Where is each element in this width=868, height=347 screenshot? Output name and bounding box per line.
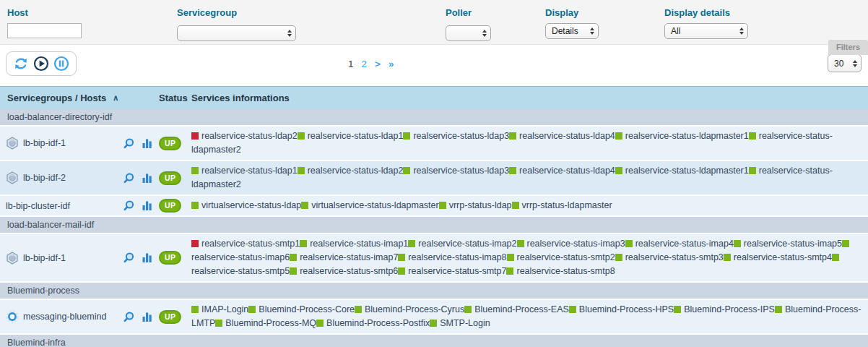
services-cell: realservice-status-smtp1realservice-stat… bbox=[191, 234, 868, 281]
service-item[interactable]: realservice-status-imap1 bbox=[300, 239, 408, 249]
view-graphs-button[interactable] bbox=[141, 200, 153, 212]
host-name-cell: messaging-bluemind bbox=[0, 307, 123, 326]
view-details-button[interactable] bbox=[123, 252, 135, 264]
service-item[interactable]: virtualservice-status-ldap bbox=[191, 200, 301, 210]
service-status-square bbox=[615, 167, 622, 174]
service-item[interactable]: realservice-status-ldapmaster1 bbox=[615, 166, 749, 176]
service-item[interactable]: Bluemind-Process-EAS bbox=[464, 304, 569, 314]
service-status-square bbox=[215, 320, 222, 327]
service-status-square bbox=[439, 202, 446, 209]
service-item[interactable]: realservice-status-ldap3 bbox=[403, 166, 509, 176]
service-item[interactable]: realservice-status-imap7 bbox=[290, 252, 398, 262]
page-size-select[interactable]: 30 bbox=[828, 54, 862, 72]
display-details-select[interactable]: All bbox=[664, 23, 748, 39]
service-item[interactable]: realservice-status-ldap3 bbox=[403, 131, 509, 141]
service-item[interactable]: Bluemind-Process-HPS bbox=[569, 304, 674, 314]
filters-button[interactable]: Filters bbox=[828, 40, 868, 55]
service-item[interactable]: vrrp-status-ldapmaster bbox=[512, 200, 612, 210]
service-status-square bbox=[674, 306, 681, 313]
view-graphs-button[interactable] bbox=[141, 137, 153, 150]
display-select[interactable]: Details bbox=[545, 23, 599, 39]
service-item[interactable]: realservice-status-imap3 bbox=[517, 239, 625, 249]
service-item[interactable]: Bluemind-Process-MQ bbox=[215, 318, 316, 328]
servicegroup-row[interactable]: Bluemind-infra bbox=[0, 335, 868, 347]
play-icon bbox=[33, 56, 49, 72]
servicegroup-select[interactable] bbox=[177, 25, 296, 41]
service-item[interactable]: realservice-status-imap2 bbox=[408, 239, 516, 249]
service-item[interactable]: Bluemind-Process-IPS bbox=[674, 304, 775, 314]
poller-select[interactable] bbox=[446, 25, 491, 41]
service-status-square bbox=[300, 240, 307, 247]
service-item[interactable]: realservice-status-ldap2 bbox=[191, 131, 298, 141]
service-status-square bbox=[298, 167, 305, 174]
service-status-square bbox=[509, 167, 516, 174]
service-item[interactable]: vrrp-status-ldap bbox=[439, 200, 512, 210]
service-status-square bbox=[191, 240, 199, 247]
view-details-button[interactable] bbox=[123, 172, 135, 184]
service-item[interactable]: realservice-status-smtp6 bbox=[290, 266, 398, 276]
servicegroup-row[interactable]: Bluemind-process bbox=[0, 283, 868, 300]
host-row: lb-bip-idf-2UPrealservice-status-ldap1re… bbox=[0, 161, 868, 196]
host-name[interactable]: lb-bip-idf-1 bbox=[23, 138, 66, 148]
view-details-button[interactable] bbox=[123, 137, 135, 150]
host-label: Host bbox=[7, 7, 82, 18]
host-name-cell: lb-bip-idf-1 bbox=[0, 249, 123, 267]
service-item[interactable]: realservice-status-ldap1 bbox=[298, 131, 404, 141]
host-name[interactable]: lb-bip-cluster-idf bbox=[6, 201, 70, 211]
service-status-square bbox=[408, 240, 415, 247]
service-status-square bbox=[464, 306, 472, 313]
service-item[interactable]: realservice-status-smtp3 bbox=[615, 252, 724, 262]
service-item[interactable]: realservice-status-smtp7 bbox=[398, 266, 506, 276]
sort-ascending-icon[interactable]: ∧ bbox=[113, 93, 118, 103]
service-item[interactable]: Bluemind-Process-Cyrus bbox=[355, 304, 464, 314]
host-name[interactable]: messaging-bluemind bbox=[23, 312, 106, 322]
pause-button[interactable] bbox=[53, 56, 69, 72]
servicegroup-filter: Servicegroup bbox=[177, 7, 296, 41]
next-page-icon[interactable]: > bbox=[375, 59, 381, 69]
service-item[interactable]: realservice-status-smtp2 bbox=[507, 252, 615, 262]
service-status-square bbox=[403, 132, 410, 140]
page-link-2[interactable]: 2 bbox=[362, 59, 368, 69]
service-item[interactable]: realservice-status-imap8 bbox=[398, 252, 506, 262]
host-input[interactable] bbox=[7, 23, 82, 38]
last-page-icon[interactable]: » bbox=[389, 59, 394, 69]
service-item[interactable]: realservice-status-ldap1 bbox=[191, 166, 298, 176]
host-status-cell: UP bbox=[159, 310, 191, 324]
service-item[interactable]: Bluemind-Process-Postfix bbox=[316, 318, 430, 328]
display-label: Display bbox=[545, 7, 599, 18]
loadbalancer-icon bbox=[6, 171, 19, 184]
servicegroup-row[interactable]: load-balancer-mail-idf bbox=[0, 217, 868, 234]
service-item[interactable]: realservice-status-imap5 bbox=[734, 239, 842, 249]
service-item[interactable]: IMAP-Login bbox=[191, 304, 248, 314]
hosts-column-header[interactable]: Servicegroups / Hosts bbox=[7, 93, 106, 103]
view-details-button[interactable] bbox=[123, 311, 135, 323]
status-column-header[interactable]: Status bbox=[159, 93, 191, 103]
service-item[interactable]: realservice-status-smtp4 bbox=[724, 252, 832, 262]
servicegroup-row[interactable]: load-balancer-directory-idf bbox=[0, 109, 868, 127]
view-graphs-button[interactable] bbox=[141, 172, 153, 184]
service-status-square bbox=[298, 132, 305, 140]
host-name[interactable]: lb-bip-idf-2 bbox=[23, 173, 66, 183]
service-item[interactable]: realservice-status-ldap4 bbox=[509, 166, 615, 176]
service-status-square bbox=[248, 306, 256, 313]
service-item[interactable]: realservice-status-ldap4 bbox=[509, 131, 615, 141]
page-current[interactable]: 1 bbox=[348, 59, 354, 69]
service-item[interactable]: Bluemind-Process-Core bbox=[248, 304, 355, 314]
service-item[interactable]: virtualservice-status-ldapmaster bbox=[301, 200, 438, 210]
host-name-cell: lb-bip-idf-1 bbox=[0, 134, 123, 153]
service-item[interactable]: realservice-status-smtp8 bbox=[506, 266, 615, 276]
service-item[interactable]: realservice-status-smtp1 bbox=[191, 239, 300, 249]
view-graphs-button[interactable] bbox=[141, 311, 153, 323]
view-graphs-button[interactable] bbox=[141, 252, 153, 264]
view-details-button[interactable] bbox=[123, 200, 135, 212]
refresh-button[interactable] bbox=[13, 56, 29, 72]
service-item[interactable]: realservice-status-ldapmaster1 bbox=[615, 131, 749, 141]
host-name[interactable]: lb-bip-idf-1 bbox=[23, 253, 66, 263]
play-button[interactable] bbox=[33, 56, 49, 72]
host-name-cell: lb-bip-cluster-idf bbox=[0, 198, 123, 214]
service-item[interactable]: SMTP-Login bbox=[430, 318, 490, 328]
host-tools-cell bbox=[123, 172, 159, 184]
service-status-square bbox=[832, 254, 839, 261]
service-item[interactable]: realservice-status-ldap2 bbox=[298, 166, 404, 176]
service-item[interactable]: realservice-status-imap4 bbox=[625, 239, 734, 249]
